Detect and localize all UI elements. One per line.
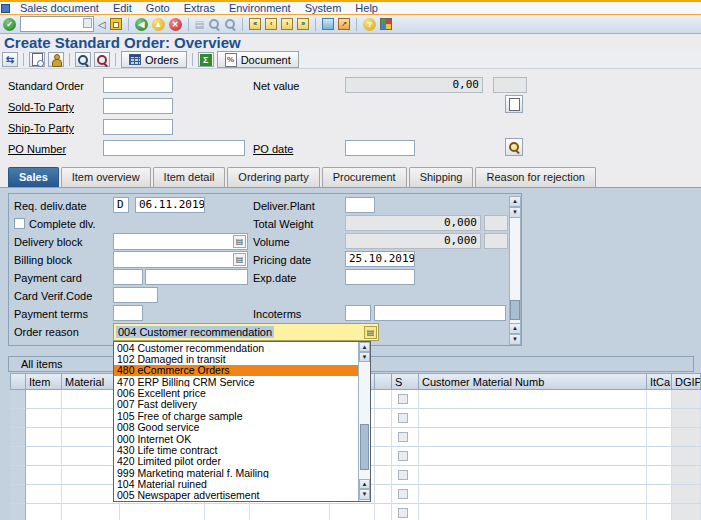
business-partner-button[interactable] — [48, 52, 64, 67]
cell-dgip[interactable] — [672, 485, 701, 504]
order-reason-combo[interactable]: 004 Customer recommendation ▤ — [113, 323, 379, 341]
req-deliv-date-type-input[interactable]: D — [113, 197, 129, 213]
payment-terms-input[interactable] — [113, 305, 143, 321]
cell-customer_material[interactable] — [419, 466, 647, 485]
order-reason-option[interactable]: 420 Limited pilot order — [114, 456, 358, 467]
po-date-label[interactable]: PO date — [253, 142, 293, 156]
column-header-item[interactable]: Item — [26, 373, 62, 390]
row-checkbox[interactable] — [398, 413, 408, 423]
cell-sel[interactable] — [10, 504, 26, 520]
cell-customer_material[interactable] — [419, 409, 647, 428]
ship-to-label[interactable]: Ship-To Party — [8, 121, 74, 135]
cell[interactable] — [375, 485, 392, 504]
cell-itca[interactable] — [647, 390, 672, 409]
search-document-button[interactable] — [505, 138, 523, 156]
dropdown-scrollbar-thumb[interactable] — [360, 424, 369, 470]
standard-order-input[interactable] — [103, 77, 173, 93]
row-checkbox[interactable] — [398, 394, 408, 404]
cell-item[interactable] — [26, 466, 62, 485]
order-reason-option[interactable]: 104 Material ruined — [114, 478, 358, 489]
document-button[interactable]: % Document — [217, 51, 299, 68]
new-session-icon[interactable] — [322, 18, 334, 30]
cell[interactable] — [375, 447, 392, 466]
order-reason-option[interactable]: 004 Customer recommendation — [114, 342, 358, 353]
cell-material[interactable] — [62, 428, 120, 447]
cell-s[interactable] — [392, 466, 419, 485]
row-checkbox[interactable] — [398, 451, 408, 461]
cell-item[interactable] — [26, 447, 62, 466]
card-verif-code-input[interactable] — [113, 287, 158, 303]
cell-material[interactable] — [62, 409, 120, 428]
cell-customer_material[interactable] — [419, 390, 647, 409]
customize-layout-icon[interactable] — [380, 18, 392, 30]
create-document-button[interactable] — [505, 95, 523, 113]
cell-s[interactable] — [392, 428, 419, 447]
complete-dlv-checkbox[interactable] — [14, 218, 25, 229]
row-checkbox[interactable] — [398, 470, 408, 480]
ship-to-input[interactable] — [103, 119, 173, 135]
exit-icon[interactable]: ▲ — [152, 18, 165, 31]
previous-page-icon[interactable]: ‹ — [265, 18, 277, 30]
cell[interactable] — [250, 504, 330, 520]
tab-reason-for-rejection[interactable]: Reason for rejection — [475, 167, 595, 187]
pricing-date-input[interactable]: 25.10.2019 — [345, 251, 415, 267]
cell-item[interactable] — [26, 409, 62, 428]
find-icon[interactable] — [208, 18, 220, 30]
sold-to-label[interactable]: Sold-To Party — [8, 100, 74, 114]
cell-itca[interactable] — [647, 447, 672, 466]
enter-icon[interactable]: ✓ — [3, 18, 16, 31]
advanced-search-button[interactable] — [94, 52, 110, 67]
find-next-icon[interactable] — [224, 18, 236, 30]
row-checkbox[interactable] — [398, 489, 408, 499]
tab-shipping[interactable]: Shipping — [409, 167, 474, 187]
back-icon[interactable]: ◀ — [135, 18, 148, 31]
column-header-s[interactable]: S — [392, 373, 419, 390]
totals-button[interactable]: Σ — [198, 52, 214, 67]
scroll-down-icon[interactable]: ▼ — [509, 334, 521, 345]
cell-itca[interactable] — [647, 504, 672, 520]
payment-card-type-input[interactable] — [113, 269, 143, 285]
cell[interactable] — [205, 504, 250, 520]
delivery-block-combo[interactable]: ▤ — [113, 233, 248, 250]
first-page-icon[interactable]: « — [249, 18, 261, 30]
cell-itca[interactable] — [647, 409, 672, 428]
combo-dropdown-icon[interactable]: ▤ — [233, 253, 246, 266]
menu-environment[interactable]: Environment — [222, 2, 298, 14]
order-reason-option[interactable]: 102 Damaged in transit — [114, 353, 358, 364]
tab-ordering-party[interactable]: Ordering party — [227, 167, 319, 187]
menu-help[interactable]: Help — [348, 2, 385, 14]
order-reason-option[interactable]: 105 Free of charge sample — [114, 410, 358, 421]
cell-itca[interactable] — [647, 428, 672, 447]
cell-dgip[interactable] — [672, 390, 701, 409]
incoterms-input[interactable] — [345, 305, 371, 321]
order-reason-option[interactable]: 008 Good service — [114, 422, 358, 433]
req-deliv-date-input[interactable]: 06.11.2019 — [135, 197, 205, 213]
cell[interactable] — [330, 504, 375, 520]
order-reason-option[interactable]: 005 Newspaper advertisement — [114, 490, 358, 501]
cell-item[interactable] — [26, 485, 62, 504]
create-shortcut-icon[interactable]: ↗ — [338, 18, 350, 30]
cell-item[interactable] — [26, 504, 62, 520]
column-header-customer_material[interactable]: Customer Material Numb — [419, 373, 647, 390]
cell-sel[interactable] — [10, 485, 26, 504]
row-checkbox[interactable] — [398, 508, 408, 518]
cell-dgip[interactable] — [672, 428, 701, 447]
cell-dgip[interactable] — [672, 409, 701, 428]
cell-customer_material[interactable] — [419, 485, 647, 504]
scroll-up-icon[interactable]: ▲ — [359, 479, 370, 489]
dropdown-scrollbar[interactable]: ▲ ▼ ▲ ▼ — [358, 342, 370, 501]
orders-button[interactable]: Orders — [121, 51, 187, 68]
search-button[interactable] — [75, 52, 91, 67]
cell-material[interactable] — [62, 504, 120, 520]
po-date-input[interactable] — [345, 140, 415, 156]
menu-extras[interactable]: Extras — [177, 2, 222, 14]
cell[interactable] — [375, 428, 392, 447]
cell-customer_material[interactable] — [419, 504, 647, 520]
cell-material[interactable] — [62, 390, 120, 409]
cell-material[interactable] — [62, 447, 120, 466]
cell[interactable] — [375, 409, 392, 428]
cell-s[interactable] — [392, 485, 419, 504]
cell-item[interactable] — [26, 428, 62, 447]
document-flow-button[interactable]: ⇆ — [2, 52, 18, 67]
tab-sales[interactable]: Sales — [8, 167, 59, 187]
